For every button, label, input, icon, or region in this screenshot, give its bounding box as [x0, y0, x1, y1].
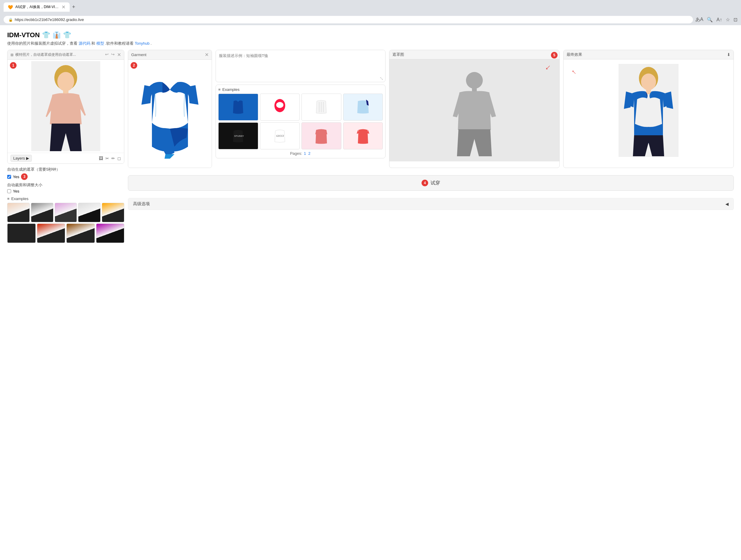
person-image-container: 1 [7, 60, 124, 153]
example-person-2[interactable] [31, 203, 54, 222]
title-text: IDM-VTON [7, 31, 40, 39]
garment-examples-label: ≡ Examples [218, 87, 383, 92]
badge-2: 2 [131, 62, 137, 69]
garment-close-icon[interactable]: ✕ [205, 52, 209, 58]
auto-mask-label: 自动生成的遮罩（需要5秒钟） [7, 167, 124, 172]
garment-example-3[interactable] [301, 94, 341, 121]
examples-text: Examples [11, 196, 28, 201]
advanced-options-row[interactable]: 高级选项 ◀ [128, 198, 734, 210]
url-input[interactable]: 🔒 https://ecbb1c21b67e186092.gradio.live [4, 16, 693, 23]
garment-title: Garment [131, 53, 146, 57]
examples-grid-row1 [7, 203, 124, 222]
layers-button[interactable]: Layers ▶ [10, 155, 32, 162]
browser-tab[interactable]: 🧡 AI试穿，AI换装，DIM-VION-Ton... ✕ [4, 2, 70, 12]
page-title: IDM-VTON 👕 👔 👕 [7, 31, 734, 39]
main-layout: ⊞ 横特照片，自动遮罩或使用自动遮罩... ↩ ↪ ✕ 1 [7, 50, 734, 243]
garment-desc-col: ⤡ ≡ Examples [216, 50, 386, 168]
garment-example-5[interactable]: STUSSY [218, 123, 258, 149]
auto-crop-checkbox[interactable] [7, 189, 11, 193]
garment-example-1[interactable] [218, 94, 258, 121]
auto-crop-yes-label: Yes [13, 189, 19, 193]
example-person-3[interactable] [55, 203, 77, 222]
garment-image-wrapper: 2 [128, 60, 212, 168]
url-text: https://ecbb1c21b67e186092.gradio.live [15, 17, 84, 22]
garment-example-2[interactable] [260, 94, 300, 121]
garment-header: Garment ✕ [128, 50, 212, 60]
clear-icon[interactable]: ✕ [117, 52, 121, 58]
svg-point-2 [57, 72, 74, 91]
new-tab-button[interactable]: + [72, 4, 75, 10]
garment-example-7[interactable] [301, 123, 341, 149]
mask-image-area: ↓ [389, 59, 559, 161]
options-section: 自动生成的遮罩（需要5秒钟） Yes 3 自动裁剪和调整大小 Yes [7, 167, 124, 193]
layers-label: Layers [13, 156, 25, 160]
examples-section: ≡ Examples [7, 196, 124, 243]
example-person-9[interactable] [96, 224, 125, 243]
garment-example-4[interactable] [343, 94, 383, 121]
result-download-icon[interactable]: ⬇ [727, 52, 731, 57]
example-person-7[interactable] [37, 224, 65, 243]
svg-text:GUCCI: GUCCI [276, 135, 284, 137]
try-on-label: 试穿 [430, 180, 440, 186]
chevron-right-icon: ▶ [26, 156, 29, 160]
examples-grid-row2 [7, 224, 124, 243]
garment-description-textarea[interactable] [216, 50, 385, 74]
title-icon-2: 👔 [53, 31, 61, 39]
image-icon[interactable]: 🖼 [99, 156, 103, 161]
top-row: Garment ✕ 2 [128, 50, 734, 168]
split-view-button[interactable]: ⊡ [734, 17, 737, 22]
tonyhub-link[interactable]: Tonyhub [135, 41, 149, 46]
auto-mask-checkbox[interactable] [7, 175, 11, 179]
example-person-5[interactable] [102, 203, 124, 222]
garment-examples-panel: ≡ Examples [216, 85, 386, 158]
garment-example-8[interactable] [343, 123, 383, 149]
example-person-1[interactable] [7, 203, 30, 222]
badge-1: 1 [10, 62, 16, 69]
toolbar-icons: 🖼 ✂ ✏ ◻ [99, 156, 121, 161]
garment-example-6[interactable]: GUCCI [260, 123, 300, 149]
badge-3: 3 [21, 173, 27, 180]
result-image-area: ↓ [563, 59, 734, 161]
eraser-icon[interactable]: ◻ [117, 156, 121, 161]
mask-illustration [444, 64, 504, 157]
result-arrow-icon: ↓ [570, 68, 579, 77]
person-upload-header: ⊞ 横特照片，自动遮罩或使用自动遮罩... ↩ ↪ ✕ [7, 50, 124, 60]
pages-label: Pages: [290, 151, 302, 156]
right-panels: Garment ✕ 2 [128, 50, 734, 243]
header-right: ↩ ↪ ✕ [105, 52, 121, 58]
page-2-link[interactable]: 2 [308, 151, 311, 156]
reader-view-button[interactable]: A↑ [717, 17, 722, 22]
page-1-link[interactable]: 1 [304, 151, 306, 156]
subtitle-and: 和 [91, 41, 95, 46]
garment-panel: Garment ✕ 2 [128, 50, 212, 168]
result-header: 最终效果 ⬇ [563, 50, 734, 59]
try-on-bar[interactable]: 4 试穿 [128, 175, 734, 191]
mask-title: 遮罩图 [392, 52, 404, 57]
redo-icon[interactable]: ↪ [111, 52, 115, 58]
auto-mask-checkbox-row: Yes 3 [7, 173, 124, 180]
tab-close-button[interactable]: ✕ [62, 4, 65, 10]
reader-mode-button[interactable]: あA [695, 16, 703, 23]
bookmark-button[interactable]: ☆ [726, 17, 730, 22]
source-code-link[interactable]: 源代码 [79, 41, 90, 46]
arrow-5-container: 5 [549, 50, 559, 60]
resize-handle[interactable]: ⤡ [216, 75, 385, 82]
crop-icon[interactable]: ✂ [106, 156, 109, 161]
pen-icon[interactable]: ✏ [112, 156, 115, 161]
header-left: ⊞ 横特照片，自动遮罩或使用自动遮罩... [10, 52, 76, 57]
example-person-4[interactable] [78, 203, 100, 222]
address-bar: 🔒 https://ecbb1c21b67e186092.gradio.live… [0, 14, 741, 25]
subtitle-text-2: .软件和教程请看 [106, 41, 134, 46]
undo-icon[interactable]: ↩ [105, 52, 109, 58]
grid-icon: ⊞ [10, 53, 13, 57]
mask-panel: 遮罩图 ⬇ 5 ↓ [389, 50, 560, 168]
example-person-8[interactable] [66, 224, 95, 243]
auto-crop-checkbox-row: Yes [7, 189, 124, 193]
example-person-6[interactable] [7, 224, 36, 243]
subtitle-end: . [151, 41, 152, 46]
garment-examples-row1: STUSSY GUCCI [218, 94, 383, 149]
result-illustration [618, 64, 679, 157]
browser-chrome: 🧡 AI试穿，AI换装，DIM-VION-Ton... ✕ + [0, 0, 741, 14]
search-button[interactable]: 🔍 [707, 17, 713, 22]
model-link[interactable]: 模型 [96, 41, 104, 46]
